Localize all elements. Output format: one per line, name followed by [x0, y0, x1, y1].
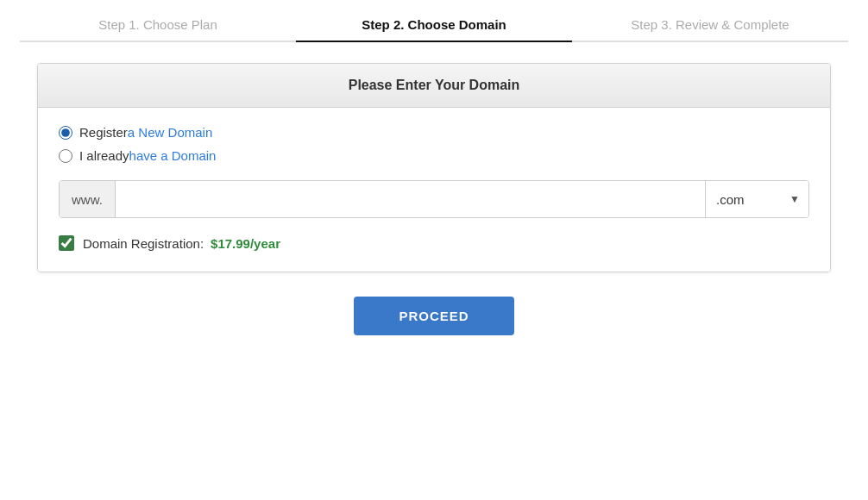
new-domain-link[interactable]: a New Domain — [128, 125, 212, 140]
registration-label: Domain Registration: — [83, 236, 204, 251]
step1-label: Step 1. Choose Plan — [98, 17, 217, 41]
card-header: Please Enter Your Domain — [38, 64, 830, 108]
step-1[interactable]: Step 1. Choose Plan — [20, 17, 296, 42]
card-title: Please Enter Your Domain — [349, 78, 520, 92]
step2-label: Step 2. Choose Domain — [362, 17, 506, 41]
domain-option-group: Register a New Domain I already have a D… — [59, 125, 809, 163]
proceed-button-wrapper: PROCEED — [354, 297, 513, 335]
step-2[interactable]: Step 2. Choose Domain — [296, 17, 572, 42]
existing-prefix: I already — [79, 148, 129, 163]
proceed-button[interactable]: PROCEED — [354, 297, 513, 335]
step3-line — [572, 41, 848, 42]
domain-input-row: www. .com .net .org .info .biz ▼ — [59, 180, 809, 218]
domain-text-input[interactable] — [116, 181, 705, 217]
step-3[interactable]: Step 3. Review & Complete — [572, 17, 848, 42]
existing-domain-option[interactable]: I already have a Domain — [59, 148, 809, 163]
step1-line — [20, 41, 296, 42]
tld-select-wrapper[interactable]: .com .net .org .info .biz ▼ — [705, 181, 808, 217]
stepper: Step 1. Choose Plan Step 2. Choose Domai… — [20, 17, 848, 42]
register-new-radio[interactable] — [59, 126, 72, 140]
register-prefix: Register — [79, 125, 128, 140]
tld-dropdown-arrow-icon: ▼ — [789, 193, 800, 205]
www-prefix: www. — [60, 181, 116, 217]
step3-label: Step 3. Review & Complete — [631, 17, 789, 41]
register-new-domain-option[interactable]: Register a New Domain — [59, 125, 809, 140]
domain-registration-checkbox[interactable] — [59, 235, 74, 251]
card-body: Register a New Domain I already have a D… — [38, 108, 830, 272]
registration-row: Domain Registration: $17.99/year — [59, 235, 809, 251]
have-domain-link[interactable]: have a Domain — [129, 148, 217, 163]
step2-line — [296, 41, 572, 42]
tld-select[interactable]: .com .net .org .info .biz — [706, 181, 789, 217]
domain-card: Please Enter Your Domain Register a New … — [37, 63, 831, 272]
registration-price: $17.99/year — [211, 236, 280, 251]
existing-domain-radio[interactable] — [59, 149, 72, 163]
